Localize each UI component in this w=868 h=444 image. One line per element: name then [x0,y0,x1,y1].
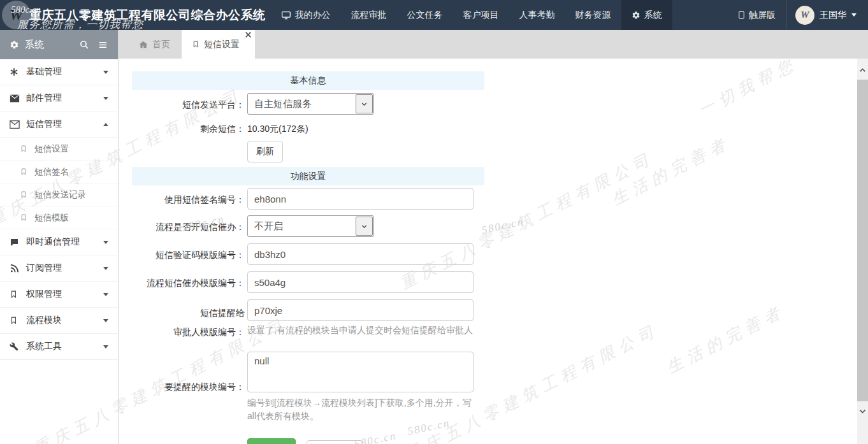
remind-modules-help: 编号到[流程模块→流程模块列表]下获取,多个用,分开，写 all代表所有模块。 [247,396,480,423]
nav-item-document-tasks[interactable]: 公文任务 [397,0,453,30]
bookmark-icon [10,316,18,325]
sidebar-item-im-mgmt[interactable]: 即时通信管理 [0,229,118,255]
navbar-right: 触屏版 W 王国华 [727,0,868,30]
nav-item-label: 财务资源 [575,10,611,21]
nav-item-workflow-approval[interactable]: 流程审批 [341,0,397,30]
envelope-icon [10,94,20,103]
sidebar-item-workflow-module[interactable]: 流程模块 [0,308,118,334]
sms-settings-form: 基本信息 短信发送平台： 自主短信服务 剩余短信： 10.30元(172条) 刷… [132,71,484,444]
sidebar-subitem-label: 短信设置 [34,143,69,155]
chevron-up-icon [103,123,108,126]
user-name: 王国华 [820,10,846,21]
touch-version-button[interactable]: 触屏版 [727,0,786,30]
gear-icon [10,40,19,50]
field-label: 流程是否开短信催办： [132,215,245,233]
chevron-down-icon [103,345,108,348]
close-icon[interactable] [244,31,252,39]
urge-template-input[interactable] [247,271,474,293]
sidebar-tools [79,39,108,50]
save-button[interactable]: 保存 [247,438,296,444]
chevron-down-icon [356,94,373,113]
monitor-icon [281,10,291,20]
sidebar-subitem-sms-signature[interactable]: 短信签名 [0,161,118,183]
sidebar-subitem-sms-send-log[interactable]: 短信发送记录 [0,183,118,206]
field-label: 使用短信签名编号： [132,188,245,205]
avatar: W [795,6,814,25]
nav-item-label: 公文任务 [407,10,443,21]
nav-item-hr-attendance[interactable]: 人事考勤 [509,0,565,30]
remind-template-input[interactable] [247,299,474,321]
remind-modules-textarea[interactable]: null [247,352,474,392]
nav-item-customer-projects[interactable]: 客户项目 [453,0,509,30]
chevron-down-icon [103,267,108,270]
sidebar-item-sms-mgmt[interactable]: 短信管理 [0,111,118,138]
scroll-up-button[interactable] [857,65,868,76]
sidebar-title: 系统 [10,39,44,51]
nav-item-label: 客户项目 [463,10,499,21]
captcha-template-input[interactable] [247,243,474,265]
chevron-down-icon [356,217,373,236]
sms-platform-selected-value: 自主短信服务 [254,98,312,109]
sidebar: 系统 基础管理 邮件管理 短信管理 短信设置 短信签名 短信发送记录 短信模版 [0,30,119,444]
nav-item-label: 人事考勤 [519,10,555,21]
sidebar-item-mail-mgmt[interactable]: 邮件管理 [0,85,118,111]
sidebar-subitem-sms-settings[interactable]: 短信设置 [0,138,118,161]
vertical-scrollbar[interactable] [857,59,868,444]
field-label: 要提醒的模块编号： [132,352,245,392]
nav-item-system[interactable]: 系统 [621,0,672,30]
gear-icon [632,11,640,20]
search-icon[interactable] [79,39,89,50]
form-row-remind-modules: 要提醒的模块编号： null 编号到[流程模块→流程模块列表]下获取,多个用,分… [132,352,484,423]
sidebar-item-system-tools[interactable]: 系统工具 [0,334,118,360]
nav-item-label: 系统 [644,10,662,21]
rss-icon [10,264,19,273]
sidebar-subitem-sms-template[interactable]: 短信模版 [0,206,118,229]
sidebar-item-label: 即时通信管理 [26,236,80,248]
home-icon [138,40,148,49]
chevron-down-icon [103,293,108,296]
remind-template-help: 设置了,有流程的模块当申请人提交时会短信提醒给审批人 [247,324,480,337]
top-navbar: 重庆五八零建筑工程有限公司综合办公系统 我的办公 流程审批 公文任务 客户项目 … [0,0,868,30]
form-row-actions: 保存 测试发送 [132,438,484,444]
chevron-down-icon [103,241,108,244]
tab-home[interactable]: 首页 [127,30,182,59]
form-row-urge-switch: 流程是否开短信催办： 不开启 [132,215,484,237]
sms-platform-select[interactable]: 自主短信服务 [247,93,374,115]
sidebar-header: 系统 [0,30,118,59]
touchscreen-icon [737,10,746,20]
sidebar-item-label: 邮件管理 [26,92,62,104]
nav-item-my-office[interactable]: 我的办公 [271,0,341,30]
sidebar-item-label: 权限管理 [26,289,62,300]
form-row-captcha-template: 短信验证码模版编号： [132,243,484,265]
signature-code-input[interactable] [247,188,474,210]
sidebar-item-label: 短信管理 [26,118,62,130]
sidebar-item-label: 系统工具 [26,341,62,352]
sidebar-item-permission-mgmt[interactable]: 权限管理 [0,282,118,308]
tab-sms-settings[interactable]: 短信设置 [182,30,255,59]
form-row-urge-template: 流程短信催办模版编号： [132,271,484,293]
app-title: 重庆五八零建筑工程有限公司综合办公系统 [29,7,266,24]
bookmark-icon [20,168,27,176]
workflow-urge-select[interactable]: 不开启 [247,215,374,237]
main-nav: 我的办公 流程审批 公文任务 客户项目 人事考勤 财务资源 系统 [271,0,672,30]
sidebar-subitem-label: 短信签名 [34,166,69,178]
menu-bars-icon[interactable] [98,40,108,50]
nav-item-label: 流程审批 [351,10,387,21]
sidebar-subitem-label: 短信发送记录 [34,189,86,201]
user-menu[interactable]: W 王国华 [786,0,860,30]
sidebar-item-basic-mgmt[interactable]: 基础管理 [0,59,118,85]
sidebar-item-subscription-mgmt[interactable]: 订阅管理 [0,255,118,282]
sidebar-subitem-label: 短信模版 [34,212,69,224]
refresh-button[interactable]: 刷新 [247,141,283,162]
test-send-button[interactable]: 测试发送 [307,440,363,444]
bookmark-icon [10,290,18,299]
scrollbar-thumb[interactable] [857,80,868,401]
wrench-icon [10,342,18,351]
envelope-open-icon [10,120,20,129]
form-row-refresh: 刷新 [132,141,484,162]
touch-version-label: 触屏版 [749,10,776,21]
remaining-sms-value: 10.30元(172条) [247,123,484,134]
scroll-down-button[interactable] [857,406,868,417]
form-row-remaining: 剩余短信： 10.30元(172条) [132,123,484,134]
nav-item-finance-resources[interactable]: 财务资源 [565,0,621,30]
